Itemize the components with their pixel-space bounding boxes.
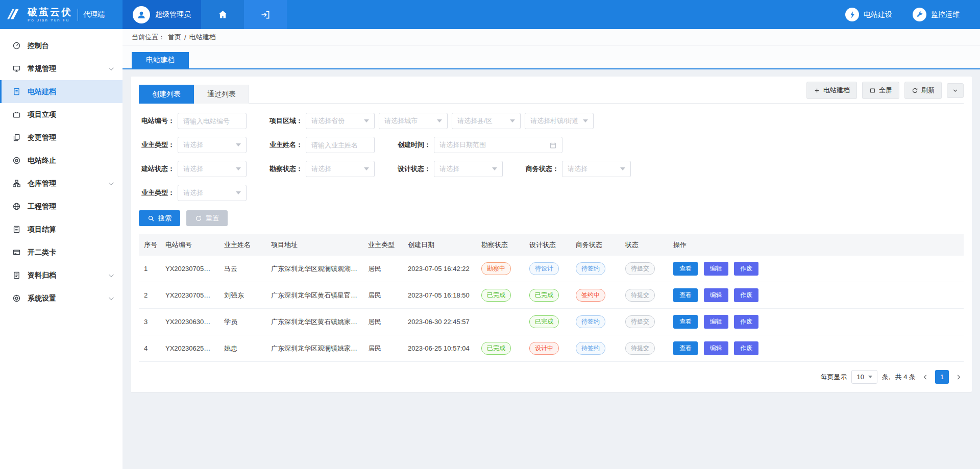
tab-label: 创建列表 (152, 90, 181, 98)
sidebar-item-console[interactable]: 控制台 (0, 34, 122, 57)
fullscreen-button[interactable]: 全屏 (862, 82, 899, 99)
breadcrumb-home[interactable]: 首页 (168, 33, 181, 42)
design-status-select[interactable]: 请选择 (434, 161, 503, 177)
void-button[interactable]: 作废 (734, 288, 758, 302)
town-select[interactable]: 请选择村镇/街道 (525, 113, 594, 129)
reset-button[interactable]: 重置 (186, 210, 228, 226)
prev-page-button[interactable] (920, 374, 930, 381)
nav-station-build[interactable]: 电站建设 (845, 0, 892, 29)
refresh-button[interactable]: 刷新 (904, 82, 942, 99)
filter-owner-name: 业主姓名： (267, 137, 375, 153)
station-archive-panel: 创建列表 通过列表 电站建档 全屏 (131, 77, 972, 392)
sidebar-item-label: 资料归档 (28, 271, 56, 280)
top-header: 破茧云伏 Po Jian Yun Fu 代理端 超级管理员 电站建设 (0, 0, 980, 29)
design-status-badge: 已完成 (529, 289, 559, 302)
view-button[interactable]: 查看 (673, 341, 698, 355)
home-icon (217, 9, 228, 20)
page-size-select[interactable]: 10 (851, 370, 877, 384)
table-row: 1 YX2023070500011 马云 广东深圳龙华区观澜镇观湖路... 居民… (139, 256, 964, 282)
sidebar-item-station-archive[interactable]: 电站建档 (0, 80, 122, 103)
district-select[interactable]: 请选择县/区 (452, 113, 521, 129)
breadcrumb-prefix: 当前位置： (132, 33, 165, 42)
cell-owner: 姚忠 (219, 335, 266, 362)
sidebar: 控制台 常规管理 电站建档 项目立项 变更管理 电站终止 (0, 29, 122, 469)
view-button[interactable]: 查看 (673, 288, 698, 302)
chevron-down-icon (620, 167, 625, 170)
cell-address: 广东深圳龙华区黄石镇星官大... (266, 282, 363, 309)
wrench-icon (913, 8, 926, 21)
cell-station-no: YX2023070500010 (160, 282, 219, 309)
toolbar: 电站建档 全屏 刷新 (806, 82, 964, 103)
station-no-input[interactable] (178, 113, 247, 129)
chevron-down-icon (364, 167, 369, 170)
sidebar-item-general-mgmt[interactable]: 常规管理 (0, 57, 122, 80)
sidebar-item-project-settlement[interactable]: 项目结算 (0, 218, 122, 241)
edit-button[interactable]: 编辑 (704, 262, 728, 276)
app-logo-icon (7, 8, 23, 22)
user-name: 超级管理员 (155, 10, 191, 19)
cell-actions: 查看 编辑 作废 (668, 309, 964, 335)
filter-actions: 搜索 重置 (139, 210, 964, 226)
sidebar-item-warehouse-mgmt[interactable]: 仓库管理 (0, 172, 122, 195)
view-button[interactable]: 查看 (673, 315, 698, 329)
archive-icon (12, 271, 21, 280)
collapse-button[interactable] (947, 83, 964, 98)
nav-label: 监控运维 (931, 10, 960, 19)
create-station-button[interactable]: 电站建档 (806, 82, 857, 99)
owner-name-input[interactable] (306, 137, 375, 153)
col-header-business: 商务状态 (571, 234, 620, 256)
sidebar-item-label: 电站终止 (28, 156, 56, 165)
plus-icon (814, 87, 820, 94)
edit-button[interactable]: 编辑 (704, 288, 728, 302)
next-page-button[interactable] (953, 374, 964, 381)
business-status-select[interactable]: 请选择 (562, 161, 631, 177)
owner-type-select[interactable]: 请选择 (178, 137, 247, 153)
sidebar-item-data-archive[interactable]: 资料归档 (0, 264, 122, 287)
filter-row-3: 建站状态： 请选择 勘察状态： 请选择 (139, 161, 964, 177)
briefcase-icon (12, 110, 21, 119)
current-page-button[interactable]: 1 (935, 370, 949, 384)
select-value: 请选择 (183, 140, 203, 150)
select-value: 请选择 (183, 164, 203, 174)
sidebar-item-engineering-mgmt[interactable]: 工程管理 (0, 195, 122, 218)
list-tabs: 创建列表 通过列表 电站建档 全屏 (139, 82, 964, 104)
select-value: 请选择县/区 (457, 116, 493, 126)
owner-type-2-select[interactable]: 请选择 (178, 185, 247, 201)
void-button[interactable]: 作废 (734, 262, 758, 276)
filter-label: 业主类型： (139, 140, 175, 150)
sidebar-item-station-termination[interactable]: 电站终止 (0, 149, 122, 172)
sidebar-item-project-approval[interactable]: 项目立项 (0, 103, 122, 126)
cell-created: 2023-07-05 16:18:50 (403, 282, 476, 309)
filter-create-time: 创建时间： 请选择日期范围 (395, 137, 562, 153)
filter-row-1: 电站编号： 项目区域： 请选择省份 (139, 113, 964, 129)
sidebar-item-change-mgmt[interactable]: 变更管理 (0, 126, 122, 149)
next-icon (955, 374, 962, 381)
user-avatar-icon (133, 6, 150, 23)
logout-button[interactable] (244, 0, 287, 29)
edit-button[interactable]: 编辑 (704, 315, 728, 329)
sidebar-item-system-settings[interactable]: 系统设置 (0, 287, 122, 310)
view-button[interactable]: 查看 (673, 262, 698, 276)
user-menu[interactable]: 超级管理员 (122, 0, 201, 29)
survey-status-select[interactable]: 请选择 (306, 161, 375, 177)
brand: 破茧云伏 Po Jian Yun Fu 代理端 (0, 0, 122, 29)
sidebar-item-type2-card[interactable]: 开二类卡 (0, 241, 122, 264)
nav-monitor-ops[interactable]: 监控运维 (913, 0, 960, 29)
page-tab-station-archive[interactable]: 电站建档 (132, 52, 189, 68)
calendar-icon (549, 141, 557, 149)
edit-button[interactable]: 编辑 (704, 341, 728, 355)
breadcrumb: 当前位置： 首页 / 电站建档 (122, 29, 980, 46)
tab-create-list[interactable]: 创建列表 (139, 85, 194, 104)
city-select[interactable]: 请选择城市 (379, 113, 448, 129)
void-button[interactable]: 作废 (734, 315, 758, 329)
home-button[interactable] (201, 0, 244, 29)
void-button[interactable]: 作废 (734, 341, 758, 355)
stations-table: 序号 电站编号 业主姓名 项目地址 业主类型 创建日期 勘察状态 设计状态 商务… (139, 234, 964, 362)
build-status-select[interactable]: 请选择 (178, 161, 247, 177)
province-select[interactable]: 请选择省份 (306, 113, 375, 129)
tab-passed-list[interactable]: 通过列表 (194, 85, 249, 104)
search-icon (148, 215, 155, 222)
chevron-down-icon (437, 119, 442, 122)
date-range-input[interactable]: 请选择日期范围 (434, 137, 562, 153)
search-button[interactable]: 搜索 (139, 210, 180, 226)
